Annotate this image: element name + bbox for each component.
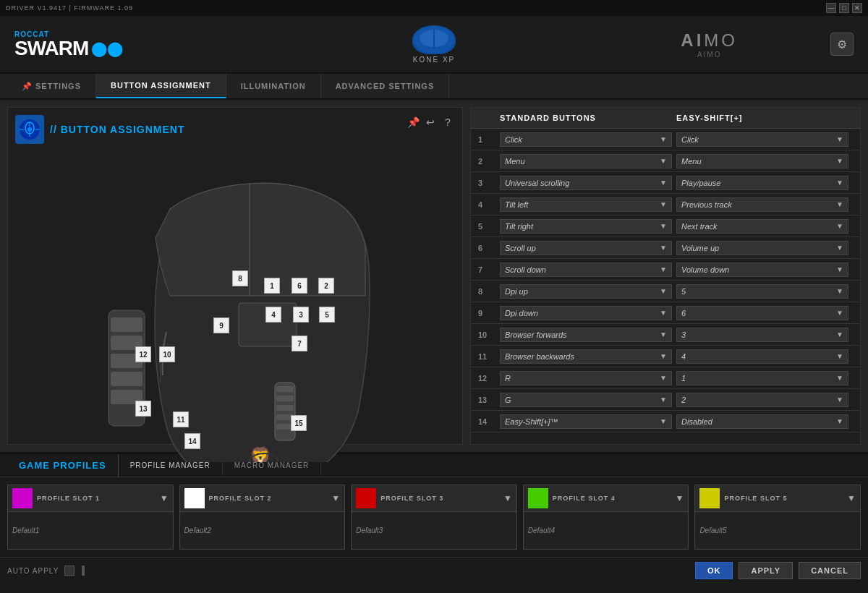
profile-slot-label-4: PROFILE SLOT 4 (553, 495, 671, 502)
standard-dropdown-1[interactable]: Click ▼ (500, 132, 672, 147)
standard-value-5: Tilt right (505, 222, 533, 231)
dropdown-arrow-standard-2: ▼ (660, 157, 667, 165)
button-label-3[interactable]: 3 (293, 307, 309, 323)
row-number: 9 (478, 309, 500, 317)
standard-value-14: Easy-Shift[+]™ (505, 417, 558, 426)
bottom-area: GAME PROFILES PROFILE MANAGER MACRO MANA… (0, 454, 868, 593)
standard-dropdown-7[interactable]: Scroll down ▼ (500, 263, 672, 277)
auto-apply-checkbox[interactable] (64, 566, 75, 576)
svg-point-6 (27, 127, 32, 132)
profile-slot-2[interactable]: PROFILE SLOT 2 ▼ Default2 (179, 485, 346, 550)
profile-slot-3[interactable]: PROFILE SLOT 3 ▼ Default3 (351, 485, 517, 550)
easyshift-dropdown-7[interactable]: Volume down ▼ (676, 263, 848, 277)
dropdown-arrow-easyshift-8: ▼ (836, 287, 843, 295)
profile-slot-1[interactable]: PROFILE SLOT 1 ▼ Default1 (7, 485, 174, 550)
undo-ctrl-button[interactable]: ↩ (423, 115, 438, 129)
close-button[interactable]: ✕ (852, 3, 862, 13)
button-label-9[interactable]: 9 (213, 317, 229, 333)
tab-button-assignment[interactable]: BUTTON ASSIGNMENT (96, 74, 226, 98)
standard-dropdown-4[interactable]: Tilt left ▼ (500, 197, 672, 212)
button-label-12[interactable]: 12 (135, 346, 151, 362)
controls-row: 📌 ↩ ? (406, 115, 455, 129)
standard-value-11: Browser backwards (505, 352, 574, 361)
dropdown-arrow-easyshift-4: ▼ (836, 200, 843, 208)
logo-area: ROCCAT SWARM ⬤⬤ (14, 30, 123, 59)
section-icon (15, 115, 44, 144)
dropdown-arrow-easyshift-10: ▼ (836, 330, 843, 338)
easyshift-dropdown-13[interactable]: 2 ▼ (676, 393, 848, 407)
button-label-7[interactable]: 7 (292, 336, 307, 351)
button-label-4[interactable]: 4 (265, 307, 281, 323)
standard-dropdown-9[interactable]: Dpi down ▼ (500, 306, 672, 320)
easyshift-dropdown-1[interactable]: Click ▼ (676, 132, 848, 147)
profile-dropdown-button-2[interactable]: ▼ (331, 493, 340, 503)
standard-dropdown-2[interactable]: Menu ▼ (500, 154, 672, 168)
minimize-button[interactable]: — (826, 3, 836, 13)
dropdown-arrow-easyshift-9: ▼ (836, 309, 843, 317)
mouse-diagram: 🦁 123456789101112131415 (25, 151, 445, 455)
swarm-circles-icon: ⬤⬤ (91, 40, 123, 57)
profile-header-5: PROFILE SLOT 5 ▼ (695, 485, 860, 512)
maximize-button[interactable]: □ (839, 3, 849, 13)
button-label-1[interactable]: 1 (264, 278, 280, 294)
cancel-button[interactable]: CANCEL (799, 562, 861, 579)
button-label-10[interactable]: 10 (159, 346, 175, 362)
profile-slot-5[interactable]: PROFILE SLOT 5 ▼ Default5 (694, 485, 861, 550)
tab-illumination[interactable]: ILLUMINATION (226, 74, 321, 98)
row-number: 10 (478, 330, 500, 339)
section-header: BUTTON ASSIGNMENT (15, 115, 455, 144)
easyshift-dropdown-9[interactable]: 6 ▼ (676, 306, 848, 320)
easyshift-dropdown-10[interactable]: 3 ▼ (676, 328, 848, 342)
row-number: 4 (478, 200, 500, 209)
standard-dropdown-12[interactable]: R ▼ (500, 371, 672, 385)
standard-dropdown-5[interactable]: Tilt right ▼ (500, 219, 672, 234)
standard-dropdown-8[interactable]: Dpi up ▼ (500, 284, 672, 299)
button-label-8[interactable]: 8 (232, 270, 248, 286)
easyshift-value-1: Click (681, 135, 699, 144)
standard-dropdown-11[interactable]: Browser backwards ▼ (500, 349, 672, 364)
button-label-2[interactable]: 2 (318, 278, 334, 294)
left-panel: BUTTON ASSIGNMENT 📌 ↩ ? (7, 107, 463, 445)
easyshift-dropdown-8[interactable]: 5 ▼ (676, 284, 848, 299)
tab-advanced-settings[interactable]: ADVANCED SETTINGS (321, 74, 450, 98)
profile-dropdown-button-3[interactable]: ▼ (503, 493, 512, 503)
easyshift-dropdown-12[interactable]: 1 ▼ (676, 371, 848, 385)
easyshift-dropdown-11[interactable]: 4 ▼ (676, 349, 848, 364)
button-label-6[interactable]: 6 (292, 278, 307, 294)
button-label-14[interactable]: 14 (184, 433, 200, 449)
profile-info-2: PROFILE SLOT 2 (205, 495, 332, 502)
standard-dropdown-10[interactable]: Browser forwards ▼ (500, 328, 672, 342)
standard-dropdown-3[interactable]: Universal scrolling ▼ (500, 176, 672, 190)
profile-slot-4[interactable]: PROFILE SLOT 4 ▼ Default4 (523, 485, 689, 550)
assignment-header: STANDARD BUTTONS EASY-SHIFT[+] (471, 108, 860, 129)
easyshift-value-11: 4 (681, 352, 686, 361)
easyshift-dropdown-14[interactable]: Disabled ▼ (676, 414, 848, 429)
easyshift-dropdown-6[interactable]: Volume up ▼ (676, 241, 848, 255)
profile-dropdown-button-4[interactable]: ▼ (675, 493, 684, 503)
easyshift-dropdown-5[interactable]: Next track ▼ (676, 219, 848, 234)
standard-dropdown-13[interactable]: G ▼ (500, 393, 672, 407)
standard-dropdown-14[interactable]: Easy-Shift[+]™ ▼ (500, 414, 672, 429)
easyshift-value-13: 2 (681, 396, 686, 404)
button-label-5[interactable]: 5 (319, 307, 335, 323)
help-ctrl-button[interactable]: ? (441, 115, 455, 129)
window-controls: — □ ✕ (826, 3, 862, 13)
tab-settings[interactable]: 📌 SETTINGS (7, 74, 96, 98)
easyshift-value-2: Menu (681, 157, 702, 166)
easyshift-dropdown-2[interactable]: Menu ▼ (676, 154, 848, 168)
ok-button[interactable]: OK (695, 562, 733, 579)
bottom-footer: AUTO APPLY OK APPLY CANCEL (0, 557, 868, 584)
gear-button[interactable]: ⚙ (830, 33, 854, 56)
button-label-13[interactable]: 13 (135, 401, 151, 417)
standard-value-3: Universal scrolling (505, 179, 569, 187)
button-label-11[interactable]: 11 (173, 411, 189, 427)
profile-dropdown-button-5[interactable]: ▼ (847, 493, 856, 503)
pin-ctrl-button[interactable]: 📌 (406, 115, 420, 129)
button-label-15[interactable]: 15 (291, 415, 307, 431)
standard-dropdown-6[interactable]: Scroll up ▼ (500, 241, 672, 255)
dropdown-arrow-standard-10: ▼ (660, 330, 667, 338)
apply-button[interactable]: APPLY (739, 562, 793, 579)
profile-dropdown-button-1[interactable]: ▼ (160, 493, 169, 503)
easyshift-dropdown-3[interactable]: Play/pause ▼ (676, 176, 848, 190)
easyshift-dropdown-4[interactable]: Previous track ▼ (676, 197, 848, 212)
